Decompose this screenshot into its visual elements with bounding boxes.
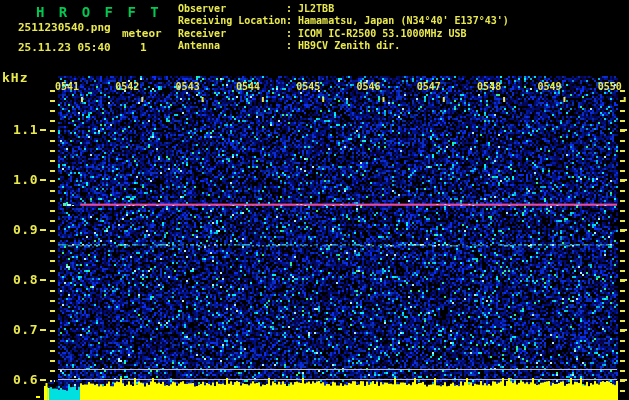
header-info-row: Receiver: ICOM IC-R2500 53.1000MHz USB (178, 28, 509, 40)
spectrogram-canvas (0, 0, 629, 400)
y-tick-label: 0.6 (0, 372, 38, 387)
meteor-count: 1 (140, 41, 147, 54)
info-label: Receiving Location (178, 15, 286, 27)
x-tick-label: 0550 (598, 81, 622, 92)
header-info-row: Receiving Location: Hamamatsu, Japan (N3… (178, 15, 509, 27)
info-value: : ICOM IC-R2500 53.1000MHz USB (286, 28, 467, 40)
info-label: Observer (178, 3, 286, 15)
x-tick-label: 0543 (176, 81, 200, 92)
info-value: : JL2TBB (286, 3, 334, 15)
x-tick-label: 0545 (296, 81, 320, 92)
image-filename: 2511230540.png (18, 21, 111, 34)
info-label: Receiver (178, 28, 286, 40)
x-tick-label: 0546 (357, 81, 381, 92)
mode-label: meteor (122, 27, 162, 40)
y-tick-label: 0.9 (0, 222, 38, 237)
y-tick-label: 0.7 (0, 322, 38, 337)
x-tick-label: 0544 (236, 81, 260, 92)
x-tick-label: 0548 (477, 81, 501, 92)
datetime-label: 25.11.23 05:40 (18, 41, 111, 54)
y-tick-label: 0.8 (0, 272, 38, 287)
x-tick-label: 0547 (417, 81, 441, 92)
info-label: Antenna (178, 40, 286, 52)
header-info-row: Observer: JL2TBB (178, 3, 509, 15)
x-tick-label: 0541 (55, 81, 79, 92)
y-axis-unit-label: kHz (2, 70, 28, 85)
header-info-row: Antenna: HB9CV Zenith dir. (178, 40, 509, 52)
hrofft-screenshot: H R O F F T 2511230540.png meteor 25.11.… (0, 0, 629, 400)
header-info: Observer: JL2TBBReceiving Location: Hama… (178, 3, 509, 53)
info-value: : HB9CV Zenith dir. (286, 40, 400, 52)
x-tick-label: 0542 (115, 81, 139, 92)
y-tick-label: 1.0 (0, 172, 38, 187)
y-tick-label: 1.1 (0, 122, 38, 137)
info-value: : Hamamatsu, Japan (N34°40' E137°43') (286, 15, 509, 27)
x-tick-label: 0549 (537, 81, 561, 92)
app-title: H R O F F T (36, 4, 162, 20)
